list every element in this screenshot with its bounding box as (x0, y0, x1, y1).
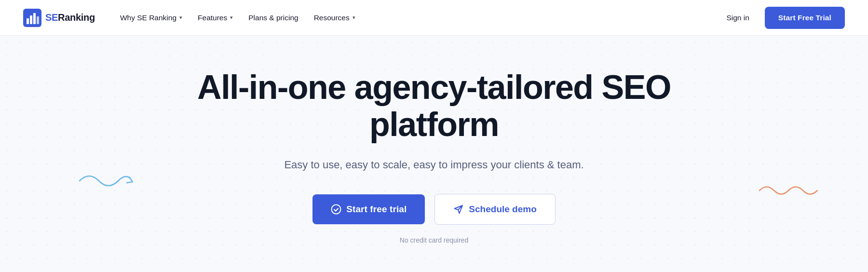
chevron-down-icon: ▾ (353, 14, 355, 21)
check-circle-icon (331, 204, 341, 215)
svg-rect-2 (30, 15, 32, 24)
schedule-demo-button[interactable]: Schedule demo (434, 194, 555, 225)
hero-content: All-in-one agency-tailored SEO platform … (169, 69, 699, 244)
svg-rect-3 (33, 13, 36, 24)
no-credit-card-text: No credit card required (169, 236, 699, 244)
sign-in-link[interactable]: Sign in (720, 10, 755, 26)
logo-icon (23, 9, 41, 27)
svg-rect-1 (27, 18, 29, 24)
chevron-down-icon: ▾ (179, 14, 182, 21)
navbar: SERanking Why SE Ranking ▾ Features ▾ Pl… (0, 0, 868, 36)
nav-item-why-se-ranking[interactable]: Why SE Ranking ▾ (114, 10, 188, 26)
nav-item-plans-pricing[interactable]: Plans & pricing (243, 10, 304, 26)
svg-point-5 (332, 204, 341, 214)
hero-subtitle: Easy to use, easy to scale, easy to impr… (169, 157, 699, 173)
hero-section: All-in-one agency-tailored SEO platform … (0, 36, 868, 272)
nav-item-features[interactable]: Features ▾ (192, 10, 239, 26)
start-free-trial-hero-button[interactable]: Start free trial (312, 194, 425, 224)
send-icon (453, 204, 464, 215)
navbar-left: SERanking Why SE Ranking ▾ Features ▾ Pl… (23, 9, 361, 27)
start-free-trial-label: Start free trial (346, 204, 407, 215)
squiggle-arrow-decoration (75, 166, 137, 202)
hero-title: All-in-one agency-tailored SEO platform (169, 69, 699, 143)
navbar-right: Sign in Start Free Trial (720, 7, 845, 29)
start-free-trial-nav-button[interactable]: Start Free Trial (765, 7, 845, 29)
nav-links: Why SE Ranking ▾ Features ▾ Plans & pric… (114, 10, 361, 26)
hero-buttons: Start free trial Schedule demo (169, 194, 699, 225)
chevron-down-icon: ▾ (230, 14, 233, 21)
svg-rect-4 (37, 16, 39, 24)
logo[interactable]: SERanking (23, 9, 95, 27)
logo-text: SERanking (45, 12, 95, 23)
schedule-demo-label: Schedule demo (469, 204, 536, 215)
nav-item-resources[interactable]: Resources ▾ (308, 10, 361, 26)
wave-decoration (757, 181, 820, 202)
